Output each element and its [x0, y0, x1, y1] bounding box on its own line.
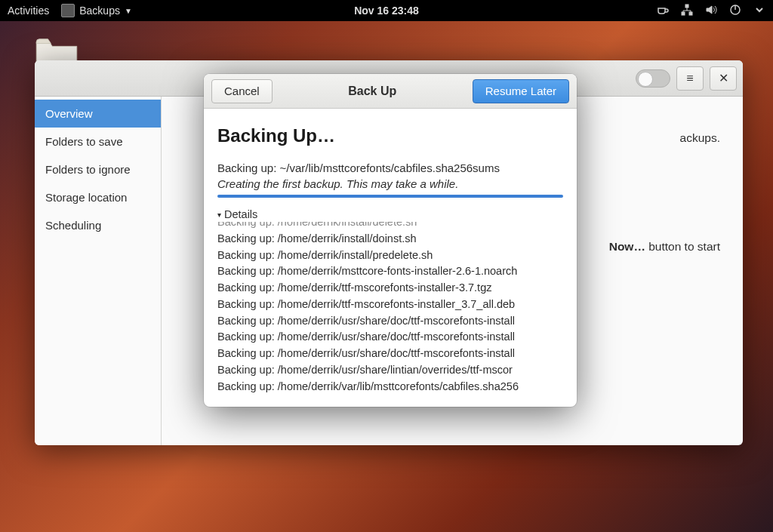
backup-now-label: Now… [609, 240, 645, 253]
svg-rect-0 [685, 5, 688, 8]
hint-line: Creating the first backup. This may take… [217, 177, 563, 190]
dialog-heading: Backing Up… [217, 125, 563, 146]
svg-rect-1 [682, 12, 685, 15]
log-line: Backing up: /home/derrik/usr/share/doc/t… [217, 329, 563, 346]
log-output: Backing up: /home/derrik/install/delete.… [217, 222, 563, 399]
progress-bar [217, 195, 563, 198]
chevron-down-icon: ▼ [125, 7, 132, 15]
content-text-fragment: ackups. [680, 131, 720, 145]
content-text-tail: button to start [645, 240, 720, 253]
triangle-down-icon: ▾ [217, 211, 221, 219]
sidebar-item-folders-to-save[interactable]: Folders to save [35, 128, 161, 155]
app-menu-icon [61, 4, 75, 17]
log-line: Backing up: /home/derrik/var/lib/msttcor… [217, 379, 563, 395]
hamburger-menu-button[interactable]: ≡ [676, 66, 704, 91]
log-line: Backing up: /home/derrik/install/doinst.… [217, 231, 563, 248]
resume-later-button[interactable]: Resume Later [473, 79, 569, 103]
log-line: Backing up: /home/derrik/install/delete.… [217, 222, 563, 231]
sidebar-item-overview[interactable]: Overview [35, 100, 161, 128]
app-menu[interactable]: Backups ▼ [61, 4, 132, 17]
svg-rect-2 [689, 12, 692, 15]
log-line: Backing up: /home/derrik/install/predele… [217, 248, 563, 264]
power-icon[interactable] [729, 4, 741, 18]
details-expander[interactable]: ▾ Details [217, 208, 563, 220]
activities-button[interactable]: Activities [8, 5, 49, 17]
caffeine-icon[interactable] [657, 4, 669, 18]
status-line: Backing up: ~/var/lib/msttcorefonts/cabf… [217, 161, 563, 174]
backup-progress-dialog: Cancel Back Up Resume Later Backing Up… … [204, 74, 577, 407]
log-line: Backing up: /home/derrik/msttcore-fonts-… [217, 263, 563, 280]
dialog-title: Back Up [280, 85, 465, 98]
sidebar: OverviewFolders to saveFolders to ignore… [35, 97, 162, 445]
sidebar-item-scheduling[interactable]: Scheduling [35, 211, 161, 239]
content-text-fragment: Now… button to start [609, 240, 720, 254]
system-menu-chevron-icon[interactable] [753, 4, 765, 18]
network-icon[interactable] [681, 4, 693, 18]
log-line: Backing up: /home/derrik/ttf-mscorefonts… [217, 297, 563, 313]
window-close-button[interactable]: ✕ [710, 66, 737, 91]
volume-icon[interactable] [705, 4, 717, 18]
app-menu-label: Backups [79, 5, 120, 17]
sidebar-item-folders-to-ignore[interactable]: Folders to ignore [35, 155, 161, 183]
log-line: Backing up: /home/derrik/ttf-mscorefonts… [217, 280, 563, 297]
details-label-text: Details [224, 208, 257, 220]
log-line: Backing up: /home/derrik/usr/share/linti… [217, 362, 563, 379]
dialog-header: Cancel Back Up Resume Later [204, 74, 577, 109]
clock[interactable]: Nov 16 23:48 [354, 5, 419, 17]
sidebar-item-storage-location[interactable]: Storage location [35, 183, 161, 211]
backup-toggle-switch[interactable] [636, 69, 670, 88]
gnome-topbar: Activities Backups ▼ Nov 16 23:48 [0, 0, 773, 21]
cancel-button[interactable]: Cancel [211, 79, 273, 103]
log-line: Backing up: /home/derrik/usr/share/doc/t… [217, 313, 563, 330]
log-line: Backing up: /home/derrik/usr/share/doc/t… [217, 346, 563, 362]
